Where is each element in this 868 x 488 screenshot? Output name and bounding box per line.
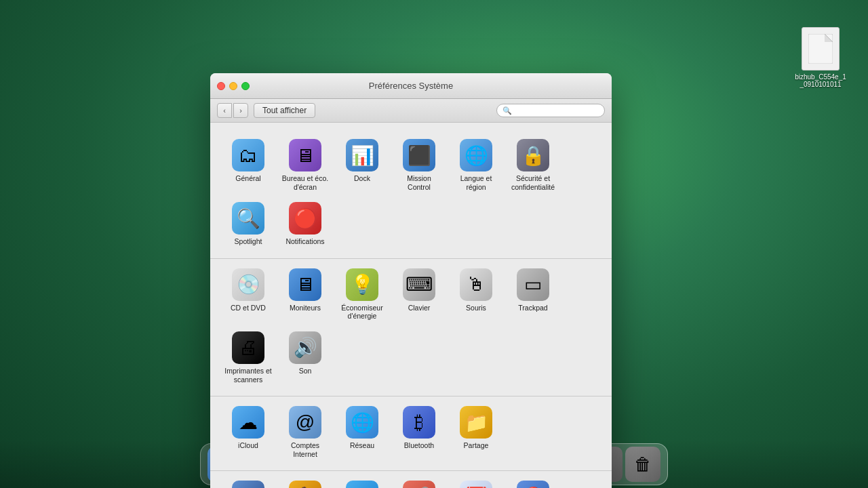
pref-item-dictee[interactable]: 🎤Dictée et parole xyxy=(392,476,446,488)
pref-icon-trackpad: ▭ xyxy=(517,268,549,301)
pref-label-spotlight: Spotlight xyxy=(235,237,262,246)
pref-icon-langue: 🌐 xyxy=(460,139,492,171)
pref-label-dock: Dock xyxy=(354,174,370,183)
pref-icon-utilisateurs: 👥 xyxy=(232,481,264,488)
pref-label-son: Son xyxy=(299,367,312,375)
search-box: 🔍 xyxy=(496,104,605,117)
pref-section-section1: 🗂Général🖥Bureau et éco. d'écran📊Dock⬛Mis… xyxy=(210,129,612,259)
pref-label-souris: Souris xyxy=(466,304,486,312)
pref-icon-reseau: 🌐 xyxy=(346,406,378,439)
window-traffic-lights xyxy=(217,82,250,90)
preferences-content: 🗂Général🖥Bureau et éco. d'écran📊Dock⬛Mis… xyxy=(210,123,612,488)
pref-icon-icloud: ☁ xyxy=(232,406,264,439)
pref-item-mission[interactable]: ⬛Mission Control xyxy=(392,135,446,195)
pref-label-trackpad: Trackpad xyxy=(518,304,547,312)
pref-icon-souris: 🖱 xyxy=(460,268,492,301)
pref-item-economiseur[interactable]: 💡Économiseur d'énergie xyxy=(335,264,389,325)
icons-grid-section3: ☁iCloud@Comptes Internet🌐Réseau₿Bluetoot… xyxy=(221,402,601,462)
pref-item-comptes[interactable]: @Comptes Internet xyxy=(278,402,332,462)
pref-label-imprimantes: Imprimantes et scanners xyxy=(224,367,273,384)
pref-item-cd[interactable]: 💿CD et DVD xyxy=(221,264,275,325)
file-icon-label: bizhub_C554e_1_0910101011 xyxy=(793,73,848,88)
pref-section-section4: 👥Utilisateurs et groupes🚶Contrôle parent… xyxy=(210,471,612,488)
pref-label-moniteurs: Moniteurs xyxy=(290,304,321,312)
pref-label-cd: CD et DVD xyxy=(231,304,266,312)
forward-button[interactable]: › xyxy=(233,103,248,118)
pref-item-dock[interactable]: 📊Dock xyxy=(335,135,389,195)
icons-grid-section1: 🗂Général🖥Bureau et éco. d'écran📊Dock⬛Mis… xyxy=(221,135,601,250)
pref-item-langue[interactable]: 🌐Langue et région xyxy=(449,135,503,195)
pref-item-spotlight[interactable]: 🔍Spotlight xyxy=(221,198,275,250)
pref-icon-notif: 🔴 xyxy=(289,202,321,235)
pref-item-securite[interactable]: 🔒Sécurité et confidentialité xyxy=(506,135,560,195)
pref-label-mission: Mission Control xyxy=(395,174,443,191)
toolbar: ‹ › Tout afficher 🔍 xyxy=(210,99,612,123)
pref-label-bluetooth: Bluetooth xyxy=(404,441,434,450)
search-icon: 🔍 xyxy=(502,106,512,115)
file-icon-image xyxy=(802,27,840,70)
pref-label-general: Général xyxy=(235,174,260,183)
pref-icon-dock: 📊 xyxy=(346,139,378,171)
pref-item-trackpad[interactable]: ▭Trackpad xyxy=(506,264,560,325)
pref-icon-appstore: A xyxy=(346,481,378,488)
pref-item-appstore[interactable]: AApp Store xyxy=(335,476,389,488)
pref-section-section3: ☁iCloud@Comptes Internet🌐Réseau₿Bluetoot… xyxy=(210,396,612,471)
pref-icon-comptes: @ xyxy=(289,406,321,439)
pref-item-moniteurs[interactable]: 🖥Moniteurs xyxy=(278,264,332,325)
pref-item-souris[interactable]: 🖱Souris xyxy=(449,264,503,325)
pref-label-partage: Partage xyxy=(464,441,489,450)
pref-label-notif: Notifications xyxy=(285,237,324,246)
close-button[interactable] xyxy=(217,82,225,90)
pref-icon-securite: 🔒 xyxy=(517,139,549,171)
pref-icon-partage: 📁 xyxy=(460,406,492,439)
minimize-button[interactable] xyxy=(229,82,237,90)
pref-item-reseau[interactable]: 🌐Réseau xyxy=(335,402,389,462)
pref-icon-mission: ⬛ xyxy=(403,139,435,171)
pref-label-icloud: iCloud xyxy=(238,441,258,450)
pref-item-clavier[interactable]: ⌨Clavier xyxy=(392,264,446,325)
pref-item-general[interactable]: 🗂Général xyxy=(221,135,275,195)
pref-icon-dictee: 🎤 xyxy=(403,481,435,488)
tout-afficher-button[interactable]: Tout afficher xyxy=(254,103,315,118)
pref-label-economiseur: Économiseur d'énergie xyxy=(338,304,387,321)
pref-item-icloud[interactable]: ☁iCloud xyxy=(221,402,275,462)
pref-item-notif[interactable]: 🔴Notifications xyxy=(278,198,332,250)
pref-label-langue: Langue et région xyxy=(452,174,500,191)
pref-label-securite: Sécurité et confidentialité xyxy=(509,174,557,191)
pref-item-imprimantes[interactable]: 🖨Imprimantes et scanners xyxy=(221,327,275,388)
pref-icon-bluetooth: ₿ xyxy=(403,406,435,439)
pref-item-son[interactable]: 🔊Son xyxy=(278,327,332,388)
pref-item-bluetooth[interactable]: ₿Bluetooth xyxy=(392,402,446,462)
pref-icon-date: 📅 xyxy=(460,481,492,488)
pref-item-date[interactable]: 📅Date et heure xyxy=(449,476,503,488)
pref-icon-bureau: 🖥 xyxy=(289,139,321,171)
pref-icon-spotlight: 🔍 xyxy=(232,202,264,235)
pref-icon-controle: 🚶 xyxy=(289,481,321,488)
pref-icon-son: 🔊 xyxy=(289,331,321,364)
pref-label-bureau: Bureau et éco. d'écran xyxy=(281,174,330,191)
search-input[interactable] xyxy=(515,106,599,115)
pref-item-bureau[interactable]: 🖥Bureau et éco. d'écran xyxy=(278,135,332,195)
pref-item-partage[interactable]: 📁Partage xyxy=(449,402,503,462)
pref-icon-economiseur: 💡 xyxy=(346,268,378,301)
icons-grid-section4: 👥Utilisateurs et groupes🚶Contrôle parent… xyxy=(221,476,601,488)
desktop-file-icon[interactable]: bizhub_C554e_1_0910101011 xyxy=(793,27,848,88)
pref-item-disque[interactable]: ❓Disque de démarrage xyxy=(506,476,560,488)
pref-item-utilisateurs[interactable]: 👥Utilisateurs et groupes xyxy=(221,476,275,488)
icons-grid-section2: 💿CD et DVD🖥Moniteurs💡Économiseur d'énerg… xyxy=(221,264,601,388)
pref-label-reseau: Réseau xyxy=(350,441,374,450)
dock-item-trash[interactable]: 🗑 xyxy=(625,447,660,482)
pref-icon-cd: 💿 xyxy=(232,268,264,301)
pref-icon-imprimantes: 🖨 xyxy=(232,331,264,364)
pref-label-comptes: Comptes Internet xyxy=(281,441,330,458)
window-titlebar: Préférences Système xyxy=(210,73,612,99)
system-preferences-window: Préférences Système ‹ › Tout afficher 🔍 … xyxy=(210,73,612,488)
pref-label-clavier: Clavier xyxy=(408,304,431,312)
pref-section-section2: 💿CD et DVD🖥Moniteurs💡Économiseur d'énerg… xyxy=(210,259,612,396)
window-title: Préférences Système xyxy=(369,81,453,91)
back-button[interactable]: ‹ xyxy=(217,103,232,118)
maximize-button[interactable] xyxy=(241,82,250,90)
pref-icon-clavier: ⌨ xyxy=(403,268,435,301)
pref-icon-general: 🗂 xyxy=(232,139,264,171)
pref-item-controle[interactable]: 🚶Contrôle parental xyxy=(278,476,332,488)
